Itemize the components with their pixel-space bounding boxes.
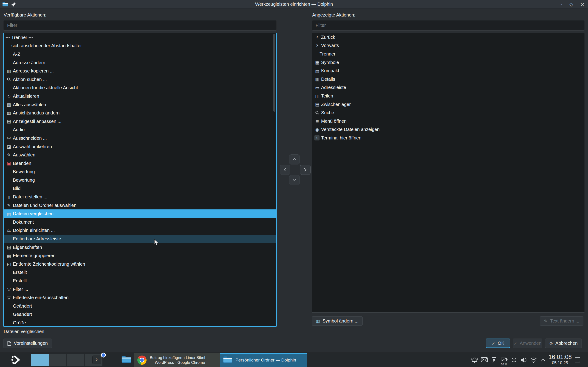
action-item[interactable]: ≡Menü öffnen (312, 117, 585, 125)
action-item[interactable]: ▯Datei erstellen ... (4, 193, 276, 201)
notifications-icon[interactable] (471, 357, 478, 365)
move-left-button[interactable] (280, 165, 290, 175)
wifi-icon[interactable] (530, 357, 537, 364)
desktop-1[interactable] (31, 354, 49, 366)
available-actions-list[interactable]: --- Trenner ------ sich ausdehnender Abs… (3, 33, 277, 327)
clock[interactable]: 16:01:08 05.10.25 (548, 353, 571, 365)
volume-icon[interactable] (520, 357, 527, 365)
action-item[interactable]: Bewertung (4, 176, 276, 184)
defaults-button[interactable]: Voreinstellungen (3, 339, 52, 348)
action-item[interactable]: Suche (312, 108, 585, 117)
action-item[interactable]: --- Trenner --- (312, 50, 585, 58)
mail-icon[interactable] (481, 357, 488, 364)
filter-icon: ▽ (6, 285, 12, 294)
apply-button[interactable]: ✓ Anwenden (513, 339, 542, 348)
action-item[interactable]: ✂Ausschneiden ... (4, 134, 276, 142)
action-item[interactable]: ▣Beenden (4, 159, 276, 168)
action-item[interactable]: ▥Details (312, 75, 585, 83)
action-item[interactable]: ✎Auswählen (4, 151, 276, 159)
action-item-label: Anzeigestil anpassen ... (13, 119, 61, 124)
shown-actions-list[interactable]: ‹Zurück›Vorwärts--- Trenner ---▦Symbole▤… (312, 33, 585, 313)
compact-view-icon: ▤ (314, 67, 320, 75)
action-item[interactable]: Dokument (4, 218, 276, 226)
action-item-label: Auswahl umkehren (13, 144, 52, 149)
action-item[interactable]: Erstellt (4, 268, 276, 277)
action-item-label: Suche (321, 110, 334, 115)
move-right-button[interactable] (300, 165, 311, 175)
dolphin-launcher-icon[interactable] (121, 355, 131, 364)
ok-button[interactable]: ✓ OK (486, 339, 510, 348)
action-item[interactable]: Aktionen für die aktuelle Ansicht (4, 84, 276, 92)
move-up-button[interactable] (289, 154, 300, 165)
action-item[interactable]: ▭Adressleiste (312, 83, 585, 92)
action-item[interactable]: ✎Dateien und Ordner auswählen (4, 201, 276, 210)
close-button[interactable]: × (580, 2, 585, 7)
brightness-icon[interactable] (510, 357, 518, 365)
action-item[interactable]: A-Z (4, 50, 276, 58)
back-icon: ‹ (314, 33, 320, 42)
action-item[interactable]: Bewertung (4, 168, 276, 176)
action-item[interactable]: ▥Adresse kopieren ... (4, 67, 276, 75)
action-item[interactable]: ▨Dateien vergleichen (4, 209, 276, 218)
action-item-label: Ausschneiden ... (13, 135, 47, 141)
action-item[interactable]: Größe (4, 319, 276, 327)
action-item[interactable]: ▽Filter ... (4, 285, 276, 294)
cancel-button[interactable]: ⊘ Abbrechen (545, 339, 582, 348)
action-item-label: Teilen (321, 93, 333, 99)
action-item[interactable]: ‹Zurück (312, 33, 585, 42)
action-item[interactable]: ▤Kompakt (312, 67, 585, 75)
action-item[interactable]: ▤Anzeigestil anpassen ... (4, 117, 276, 126)
action-item-label: Details (321, 77, 335, 82)
change-text-button[interactable]: ✎ Text ändern ... (540, 316, 583, 326)
battery-icon[interactable] (501, 357, 508, 364)
action-item[interactable]: ▦Symbole (312, 58, 585, 67)
move-down-button[interactable] (289, 175, 300, 185)
action-item[interactable]: ◫Teilen (312, 92, 585, 100)
action-item-label: Entfernte Zeichenkodierung wählen (13, 261, 85, 267)
copy-address-icon: ▥ (6, 67, 12, 75)
action-item[interactable]: Aktion suchen ... (4, 75, 276, 84)
action-item[interactable]: ↻Aktualisieren (4, 92, 276, 100)
action-item[interactable]: Adresse ändern (4, 58, 276, 67)
action-item[interactable]: Audio (4, 126, 276, 134)
clipboard-icon[interactable] (491, 357, 497, 365)
action-item-label: --- Trenner --- (314, 51, 341, 57)
action-item[interactable]: Erstellt (4, 277, 276, 285)
action-item[interactable]: Geändert (4, 310, 276, 319)
available-actions-filter-input[interactable] (3, 20, 277, 31)
taskbar-task-dolphin[interactable]: Persönlicher Ordner — Dolphin (220, 353, 307, 367)
action-item[interactable]: ›Terminal hier öffnen (312, 134, 585, 142)
action-item[interactable]: ▦Ansichtsmodus ändern (4, 109, 276, 117)
show-desktop-button[interactable] (575, 357, 580, 362)
virtual-desktop-pager[interactable] (31, 354, 103, 366)
action-item[interactable]: ▩Alles auswählen (4, 100, 276, 109)
action-item[interactable]: ▤Eigenschaften (4, 243, 276, 252)
action-item[interactable]: --- sich ausdehnender Abstandshalter --- (4, 42, 276, 50)
terminal-launcher-icon[interactable]: › (92, 356, 101, 364)
action-item[interactable]: Geändert (4, 302, 276, 310)
action-item[interactable]: ▽Filterleiste ein-/ausschalten (4, 293, 276, 302)
action-item-label: Dateien und Ordner auswählen (13, 203, 77, 208)
screen: Werkzeugleisten einrichten — Dolphin › ◇… (0, 0, 588, 367)
action-item[interactable]: ◉Versteckte Dateien anzeigen (312, 125, 585, 134)
app-launcher-icon[interactable] (11, 355, 22, 366)
action-item[interactable]: ◰Entfernte Zeichenkodierung wählen (4, 260, 276, 268)
desktop-2[interactable] (49, 354, 67, 366)
action-item[interactable]: Editierbare Adressleiste (4, 235, 276, 243)
action-item[interactable]: --- Trenner --- (4, 33, 276, 42)
taskbar-task-chrome[interactable]: Beitrag hinzufügen ‹ Linux-Bibel — WordP… (134, 353, 220, 367)
tray-expand-icon[interactable] (540, 357, 547, 364)
action-item[interactable]: ⇆Dolphin einrichten ... (4, 226, 276, 235)
action-item[interactable]: ◪Auswahl umkehren (4, 142, 276, 151)
maximize-button[interactable]: ◇ (569, 2, 573, 7)
left-list-scrollbar[interactable] (273, 34, 275, 112)
minimize-button[interactable]: › (559, 3, 564, 5)
desktop-3[interactable] (67, 354, 85, 366)
shown-actions-filter-input[interactable] (312, 20, 585, 31)
change-icon-button[interactable]: ▦ Symbol ändern ... (312, 316, 363, 326)
action-item[interactable]: ▦Elemente gruppieren (4, 251, 276, 260)
footer-separator (3, 336, 585, 336)
action-item[interactable]: ▤Zwischenlager (312, 100, 585, 109)
action-item[interactable]: Bild (4, 184, 276, 193)
action-item[interactable]: ›Vorwärts (312, 42, 585, 50)
